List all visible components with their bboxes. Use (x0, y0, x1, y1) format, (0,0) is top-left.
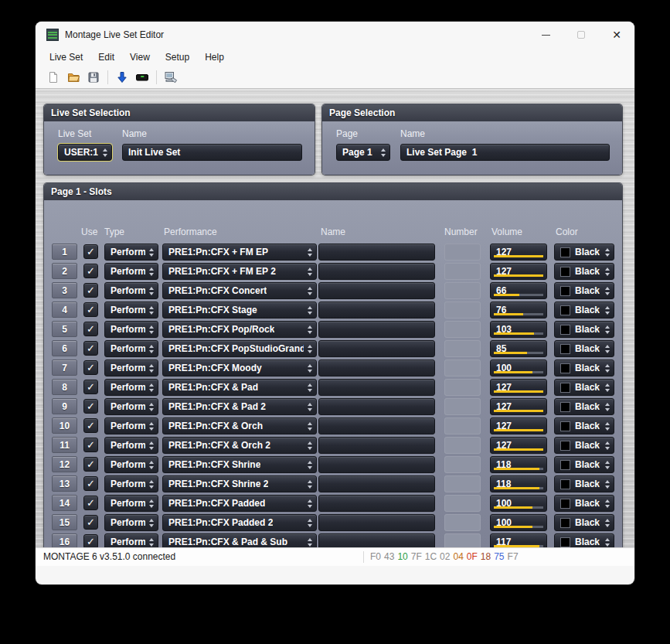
slot-volume-input[interactable]: 100 (490, 514, 547, 531)
spinner-arrows[interactable] (601, 461, 614, 469)
slot-volume-input[interactable]: 85 (490, 340, 547, 357)
slot-volume-input[interactable]: 118 (490, 475, 547, 492)
slot-color-select[interactable]: Black (554, 302, 614, 319)
spinner-arrows[interactable] (304, 480, 316, 489)
slot-performance-select[interactable]: PRE1:Pn:CFX + FM EP 2 (162, 263, 317, 280)
slot-color-select[interactable]: Black (554, 475, 614, 492)
slot-name-input[interactable] (318, 244, 435, 261)
spinner-arrows[interactable] (99, 148, 111, 157)
spinner-arrows[interactable] (145, 403, 158, 411)
live-set-name-input[interactable]: Init Live Set (122, 144, 302, 161)
slot-volume-input[interactable]: 66 (490, 282, 547, 299)
slot-volume-input[interactable]: 100 (490, 495, 547, 512)
slot-performance-select[interactable]: PRE1:Pn:CFX Shrine (162, 456, 317, 473)
slot-volume-input[interactable]: 127 (490, 417, 547, 434)
slot-volume-input[interactable]: 127 (490, 398, 547, 415)
spinner-arrows[interactable] (145, 461, 158, 469)
slot-name-input[interactable] (318, 417, 435, 434)
spinner-arrows[interactable] (601, 287, 614, 295)
slot-name-input[interactable] (318, 321, 435, 338)
device-transmit-icon[interactable] (132, 68, 152, 87)
maximize-button[interactable] (563, 22, 599, 48)
slot-color-select[interactable]: Black (554, 263, 614, 280)
slot-color-select[interactable]: Black (554, 495, 614, 512)
slot-use-checkbox[interactable]: ✓ (83, 244, 98, 259)
slot-name-input[interactable] (318, 379, 435, 396)
spinner-arrows[interactable] (145, 383, 158, 392)
menu-setup[interactable]: Setup (158, 49, 197, 65)
slot-name-input[interactable] (318, 263, 435, 280)
slot-name-input[interactable] (318, 282, 435, 299)
spinner-arrows[interactable] (304, 325, 316, 334)
spinner-arrows[interactable] (601, 519, 614, 527)
slot-performance-select[interactable]: PRE1:Pn:CFX Pop/Rock (162, 321, 317, 338)
slot-type-select[interactable]: Perform (104, 302, 158, 319)
slot-use-checkbox[interactable]: ✓ (83, 438, 98, 452)
slot-color-select[interactable]: Black (554, 437, 614, 454)
spinner-arrows[interactable] (145, 364, 158, 373)
spinner-arrows[interactable] (145, 519, 158, 527)
slot-volume-input[interactable]: 100 (490, 359, 547, 377)
slot-use-checkbox[interactable]: ✓ (83, 322, 98, 336)
slot-name-input[interactable] (318, 437, 435, 454)
slot-type-select[interactable]: Perform (104, 340, 158, 357)
slot-color-select[interactable]: Black (554, 244, 614, 261)
spinner-arrows[interactable] (601, 422, 614, 431)
spinner-arrows[interactable] (601, 364, 614, 373)
spinner-arrows[interactable] (601, 383, 614, 392)
close-button[interactable]: ✕ (599, 22, 634, 48)
spinner-arrows[interactable] (304, 441, 316, 450)
spinner-arrows[interactable] (304, 248, 316, 257)
spinner-arrows[interactable] (601, 248, 614, 257)
spinner-arrows[interactable] (601, 499, 614, 508)
slot-volume-input[interactable]: 118 (490, 456, 547, 473)
slot-type-select[interactable]: Perform (104, 321, 158, 338)
menu-view[interactable]: View (122, 49, 158, 65)
slot-type-select[interactable]: Perform (104, 244, 158, 261)
slot-name-input[interactable] (318, 340, 435, 357)
spinner-arrows[interactable] (304, 267, 316, 276)
slot-type-select[interactable]: Perform (104, 359, 158, 377)
slot-use-checkbox[interactable]: ✓ (83, 496, 98, 510)
spinner-arrows[interactable] (601, 306, 614, 315)
spinner-arrows[interactable] (145, 441, 158, 450)
spinner-arrows[interactable] (601, 345, 614, 353)
slot-color-select[interactable]: Black (554, 417, 614, 434)
spinner-arrows[interactable] (304, 538, 316, 547)
slot-type-select[interactable]: Perform (104, 282, 158, 299)
slot-performance-select[interactable]: PRE1:Pn:CFX & Orch (162, 417, 317, 434)
spinner-arrows[interactable] (145, 267, 158, 276)
spinner-arrows[interactable] (304, 364, 316, 373)
slot-performance-select[interactable]: PRE1:Pn:CFX & Pad 2 (162, 398, 317, 415)
slot-volume-input[interactable]: 127 (490, 379, 547, 396)
slot-type-select[interactable]: Perform (104, 437, 158, 454)
spinner-arrows[interactable] (304, 499, 316, 508)
slot-name-input[interactable] (318, 456, 435, 473)
slot-color-select[interactable]: Black (554, 379, 614, 396)
spinner-arrows[interactable] (145, 480, 158, 489)
slot-name-input[interactable] (318, 398, 435, 415)
spinner-arrows[interactable] (304, 345, 316, 353)
slot-performance-select[interactable]: PRE1:Pn:CFX + FM EP (162, 244, 317, 261)
slot-type-select[interactable]: Perform (104, 475, 158, 492)
slot-use-checkbox[interactable]: ✓ (83, 341, 98, 356)
slot-performance-select[interactable]: PRE1:Pn:CFX Padded 2 (162, 514, 317, 531)
slot-name-input[interactable] (318, 359, 435, 377)
slot-type-select[interactable]: Perform (104, 379, 158, 396)
slot-color-select[interactable]: Black (554, 340, 614, 357)
slot-use-checkbox[interactable]: ✓ (83, 302, 98, 317)
slot-volume-input[interactable]: 76 (490, 302, 547, 319)
slot-use-checkbox[interactable]: ✓ (83, 264, 98, 278)
slot-use-checkbox[interactable]: ✓ (83, 457, 98, 472)
spinner-arrows[interactable] (145, 345, 158, 353)
midi-setup-icon[interactable] (161, 68, 181, 87)
slot-name-input[interactable] (318, 495, 435, 512)
slot-type-select[interactable]: Perform (104, 456, 158, 473)
slot-use-checkbox[interactable]: ✓ (83, 283, 98, 298)
slot-performance-select[interactable]: PRE1:Pn:CFX Padded (162, 495, 317, 512)
new-file-icon[interactable] (43, 68, 63, 87)
spinner-arrows[interactable] (145, 306, 158, 315)
slot-volume-input[interactable]: 103 (490, 321, 547, 338)
slot-performance-select[interactable]: PRE1:Pn:CFX & Orch 2 (162, 437, 317, 454)
spinner-arrows[interactable] (304, 461, 316, 469)
